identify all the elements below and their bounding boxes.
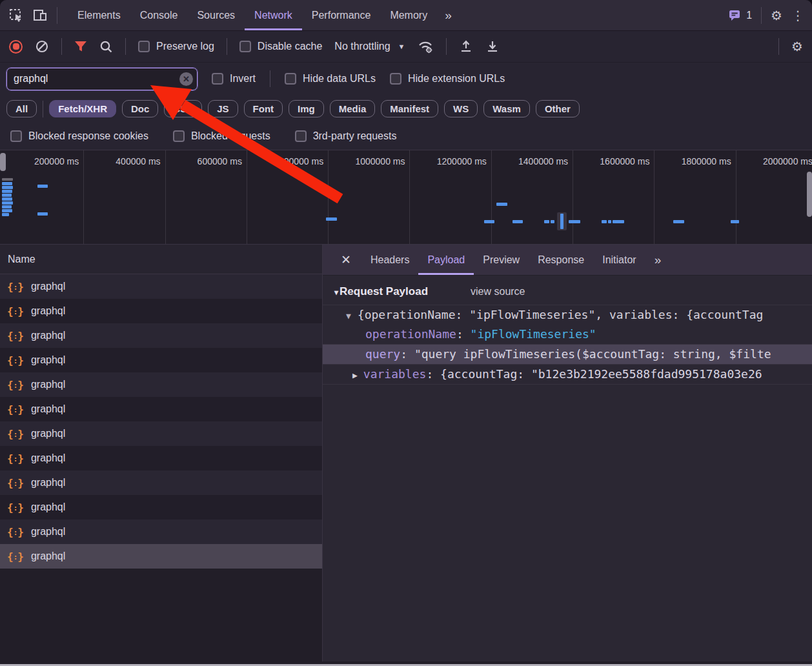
divider xyxy=(270,70,270,87)
tab-memory[interactable]: Memory xyxy=(380,0,437,30)
triangle-expanded-icon[interactable]: ▼ xyxy=(346,311,351,321)
detail-tab-headers[interactable]: Headers xyxy=(361,245,418,275)
table-row[interactable]: {:}graphql xyxy=(0,274,322,299)
timeline-tick-label: 600000 ms xyxy=(198,156,242,166)
clear-filter-icon[interactable]: ✕ xyxy=(179,72,193,86)
fetch-xhr-icon: {:} xyxy=(7,452,24,465)
checkbox[interactable] xyxy=(212,73,223,85)
device-toolbar-icon[interactable] xyxy=(32,8,48,23)
request-name: graphql xyxy=(31,379,65,390)
network-overview-timeline[interactable]: 200000 ms400000 ms600000 ms800000 ms1000… xyxy=(0,150,812,245)
payload-property-row[interactable]: ▶variables: {accountTag: "b12e3b2192ee55… xyxy=(323,365,812,385)
table-row[interactable]: {:}graphql xyxy=(0,372,322,397)
request-detail-panel: ✕ HeadersPayloadPreviewResponseInitiator… xyxy=(323,245,812,661)
tab-elements[interactable]: Elements xyxy=(68,0,130,30)
request-name: graphql xyxy=(31,403,65,415)
filter-chip-all[interactable]: All xyxy=(6,100,37,117)
table-row[interactable]: {:}graphql xyxy=(0,421,322,446)
3rd-party-requests-checkbox[interactable]: 3rd-party requests xyxy=(295,130,397,142)
chevron-down-icon: ▼ xyxy=(398,43,405,50)
timeline-tick-label: 400000 ms xyxy=(116,156,160,166)
more-tabs-icon[interactable]: » xyxy=(437,0,461,30)
network-conditions-icon[interactable] xyxy=(417,39,434,54)
table-row[interactable]: {:}graphql xyxy=(0,446,322,470)
waterfall-bar xyxy=(544,220,549,223)
filter-chip-manifest[interactable]: Manifest xyxy=(381,100,438,117)
name-column-header[interactable]: Name xyxy=(0,245,322,274)
hide-extension-urls-checkbox[interactable]: Hide extension URLs xyxy=(390,73,505,85)
filter-chip-doc[interactable]: Doc xyxy=(122,100,158,117)
search-icon[interactable] xyxy=(99,40,113,54)
detail-tab-initiator[interactable]: Initiator xyxy=(593,245,645,275)
clear-network-log-button[interactable] xyxy=(35,39,49,54)
detail-tab-payload[interactable]: Payload xyxy=(418,245,474,275)
detail-tab-response[interactable]: Response xyxy=(529,245,593,275)
payload-property-row[interactable]: operationName: "ipFlowTimeseries" xyxy=(323,325,812,345)
triangle-down-icon[interactable]: ▾ xyxy=(334,288,338,297)
checkbox[interactable] xyxy=(173,130,185,142)
filter-chip-fetch-xhr[interactable]: Fetch/XHR xyxy=(49,100,116,117)
filter-chip-other[interactable]: Other xyxy=(536,100,580,117)
request-list: {:}graphql{:}graphql{:}graphql{:}graphql… xyxy=(0,274,322,569)
payload-preview-row[interactable]: ▼{operationName: "ipFlowTimeseries", var… xyxy=(323,305,812,325)
table-row[interactable]: {:}graphql xyxy=(0,397,322,421)
view-source-link[interactable]: view source xyxy=(471,286,525,298)
disable-cache-checkbox[interactable]: Disable cache xyxy=(239,41,323,52)
request-payload-title[interactable]: ▾ Request Payload xyxy=(334,285,428,298)
kebab-menu-icon[interactable]: ⋮ xyxy=(791,9,804,22)
filter-chip-wasm[interactable]: Wasm xyxy=(483,100,530,117)
waterfall-bar xyxy=(37,212,48,216)
tab-network[interactable]: Network xyxy=(245,0,302,30)
inspect-element-icon[interactable] xyxy=(9,8,23,23)
checkbox[interactable] xyxy=(10,130,22,142)
filter-chip-css[interactable]: CSS xyxy=(164,100,202,117)
filter-chip-media[interactable]: Media xyxy=(330,100,376,117)
settings-gear-icon[interactable]: ⚙ xyxy=(771,9,782,22)
checkbox[interactable] xyxy=(239,41,251,52)
import-har-icon[interactable] xyxy=(459,39,473,54)
table-row[interactable]: {:}graphql xyxy=(0,299,322,323)
overview-right-grip[interactable] xyxy=(807,172,812,217)
record-network-log-button[interactable] xyxy=(9,40,23,54)
network-settings-gear-icon[interactable]: ⚙ xyxy=(791,40,803,53)
detail-tab-preview[interactable]: Preview xyxy=(474,245,529,275)
blocked-response-cookies-checkbox[interactable]: Blocked response cookies xyxy=(10,130,148,142)
waterfall-bar xyxy=(2,205,12,208)
filter-input[interactable] xyxy=(6,68,198,90)
filter-chip-js[interactable]: JS xyxy=(208,100,238,117)
request-name: graphql xyxy=(31,526,65,538)
checkbox[interactable] xyxy=(390,73,401,85)
timeline-tick-label: 1000000 ms xyxy=(355,156,405,166)
tab-performance[interactable]: Performance xyxy=(302,0,381,30)
table-row[interactable]: {:}graphql xyxy=(0,348,322,372)
preserve-log-checkbox[interactable]: Preserve log xyxy=(138,41,214,52)
checkbox[interactable] xyxy=(285,73,296,85)
filter-chip-ws[interactable]: WS xyxy=(444,100,478,117)
table-row[interactable]: {:}graphql xyxy=(0,544,322,569)
table-row[interactable]: {:}graphql xyxy=(0,470,322,495)
name-column-label: Name xyxy=(8,254,36,265)
filter-icon[interactable] xyxy=(74,41,87,52)
hide-data-urls-checkbox[interactable]: Hide data URLs xyxy=(285,73,376,85)
tab-console[interactable]: Console xyxy=(130,0,188,30)
table-row[interactable]: {:}graphql xyxy=(0,495,322,520)
tabbar-icons xyxy=(0,0,68,30)
waterfall-bar xyxy=(2,194,12,197)
triangle-collapsed-icon[interactable]: ▶ xyxy=(352,370,358,380)
filter-chip-font[interactable]: Font xyxy=(244,100,283,117)
payload-property-row[interactable]: query: "query ipFlowTimeseries($accountT… xyxy=(323,345,812,365)
table-row[interactable]: {:}graphql xyxy=(0,323,322,348)
tab-sources[interactable]: Sources xyxy=(187,0,245,30)
table-row[interactable]: {:}graphql xyxy=(0,520,322,544)
close-icon[interactable]: ✕ xyxy=(332,245,360,275)
more-detail-tabs-icon[interactable]: » xyxy=(647,245,671,275)
issues-counter[interactable]: 1 xyxy=(727,8,752,22)
checkbox[interactable] xyxy=(295,130,307,142)
export-har-icon[interactable] xyxy=(485,39,500,54)
blocked-requests-checkbox[interactable]: Blocked requests xyxy=(173,130,270,142)
overview-left-grip[interactable] xyxy=(0,153,6,171)
filter-chip-img[interactable]: Img xyxy=(289,100,324,117)
invert-checkbox[interactable]: Invert xyxy=(212,73,256,85)
throttling-dropdown[interactable]: No throttling ▼ xyxy=(334,41,405,52)
checkbox[interactable] xyxy=(138,41,150,52)
